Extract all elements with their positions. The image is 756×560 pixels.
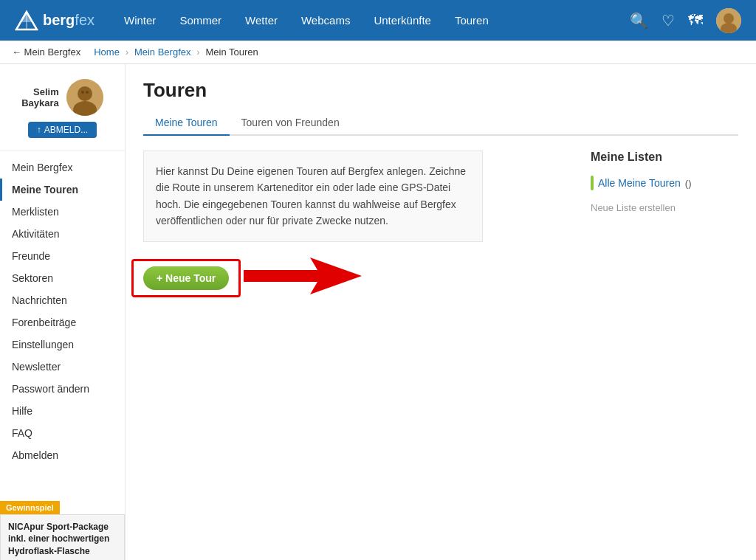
sidebar-item-newsletter[interactable]: Newsletter [0, 356, 125, 378]
promo-badge: Gewinnspiel [0, 501, 60, 514]
neue-tour-area: + Neue Tour [143, 254, 568, 300]
sidebar-nav: Mein Bergfex Meine Touren Merklisten Akt… [0, 151, 125, 472]
promo-text: NICApur Sport-Package inkl. einer hochwe… [0, 514, 125, 560]
tour-main: Hier kannst Du Deine eigenen Touren auf … [143, 151, 568, 300]
sidebar-item-aktivitaeten[interactable]: Aktivitäten [0, 223, 125, 245]
svg-marker-11 [244, 257, 362, 294]
page-title: Touren [143, 79, 738, 102]
nav-item-unterkuenfte[interactable]: Unterkünfte [374, 14, 431, 27]
top-nav: bergfex Winter Sommer Wetter Webcams Unt… [0, 0, 756, 41]
tab-touren-von-freunden[interactable]: Touren von Freunden [230, 111, 351, 136]
svg-point-10 [86, 91, 89, 94]
sidebar-item-mein-bergfex[interactable]: Mein Bergfex [0, 156, 125, 179]
nav-item-wetter[interactable]: Wetter [245, 14, 278, 27]
red-arrow [236, 254, 369, 300]
main-layout: Selim Baykara ↑ ABMELD... [0, 64, 756, 560]
user-name-line2: Baykara [21, 97, 59, 108]
nav-items: Winter Sommer Wetter Webcams Unterkünfte… [124, 14, 630, 27]
neue-tour-wrapper: + Neue Tour [143, 266, 229, 290]
logout-label: ABMELD... [44, 125, 88, 135]
neue-tour-button[interactable]: + Neue Tour [143, 266, 229, 290]
sidebar-item-forenbeitraege[interactable]: Forenbeiträge [0, 311, 125, 333]
sidebar-item-nachrichten[interactable]: Nachrichten [0, 289, 125, 311]
alle-touren-count: () [685, 178, 692, 189]
meine-listen-title: Meine Listen [591, 151, 738, 164]
user-avatar-img-icon [66, 79, 103, 116]
nav-item-winter[interactable]: Winter [124, 14, 156, 27]
sidebar-right: Meine Listen Alle Meine Touren () Neue L… [591, 151, 738, 300]
sidebar-item-sektoren[interactable]: Sektoren [0, 267, 125, 289]
tour-content: Hier kannst Du Deine eigenen Touren auf … [143, 151, 738, 300]
breadcrumb-sep-1: › [126, 47, 128, 58]
user-avatar-nav[interactable] [716, 8, 741, 33]
user-info: Selim Baykara [21, 79, 103, 116]
svg-point-4 [724, 13, 734, 24]
info-box: Hier kannst Du Deine eigenen Touren auf … [143, 151, 483, 242]
content-area: Touren Meine Touren Touren von Freunden … [126, 64, 756, 560]
logo-text: bergfex [43, 12, 94, 29]
sidebar-item-meine-touren[interactable]: Meine Touren [0, 179, 125, 201]
sidebar-item-merklisten[interactable]: Merklisten [0, 201, 125, 223]
listen-item-bar [591, 176, 594, 190]
user-name-line1: Selim [21, 86, 59, 97]
breadcrumb-sep-2: › [196, 47, 199, 58]
logo-mountain-icon [15, 9, 38, 32]
tab-meine-touren[interactable]: Meine Touren [143, 111, 230, 136]
sidebar-item-faq[interactable]: FAQ [0, 422, 125, 444]
breadcrumb-current: Mein Touren [205, 46, 258, 58]
svg-point-7 [78, 86, 92, 101]
user-avatar-sidebar [66, 79, 103, 116]
avatar-image-icon [716, 8, 741, 33]
sidebar-promo: Gewinnspiel NICApur Sport-Package inkl. … [0, 501, 125, 560]
sidebar: Selim Baykara ↑ ABMELD... [0, 64, 126, 560]
search-icon[interactable]: 🔍 [630, 12, 648, 30]
heart-icon[interactable]: ♡ [662, 12, 675, 30]
breadcrumb-back-button[interactable]: ← Mein Bergfex [12, 46, 80, 58]
nav-right: 🔍 ♡ 🗺 [630, 8, 741, 33]
nav-item-webcams[interactable]: Webcams [301, 14, 350, 27]
logo[interactable]: bergfex [15, 9, 94, 32]
red-arrow-icon [236, 254, 369, 298]
breadcrumb-parent[interactable]: Mein Bergfex [134, 46, 191, 58]
neue-liste-button[interactable]: Neue Liste erstellen [591, 199, 738, 216]
breadcrumb-home[interactable]: Home [94, 46, 120, 58]
user-name: Selim Baykara [21, 86, 59, 108]
sidebar-item-abmelden[interactable]: Abmelden [0, 444, 125, 466]
nav-item-touren[interactable]: Touren [455, 14, 489, 27]
tabs: Meine Touren Touren von Freunden [143, 111, 738, 136]
breadcrumb-bar: ← Mein Bergfex Home › Mein Bergfex › Mei… [0, 41, 756, 64]
sidebar-item-passwort[interactable]: Passwort ändern [0, 378, 125, 400]
sidebar-item-hilfe[interactable]: Hilfe [0, 400, 125, 422]
user-profile: Selim Baykara ↑ ABMELD... [0, 79, 125, 151]
sidebar-item-einstellungen[interactable]: Einstellungen [0, 333, 125, 356]
alle-meine-touren-link[interactable]: Alle Meine Touren [598, 177, 681, 189]
sidebar-item-freunde[interactable]: Freunde [0, 245, 125, 267]
logout-icon: ↑ [37, 125, 41, 135]
nav-item-sommer[interactable]: Sommer [179, 14, 221, 27]
logout-button[interactable]: ↑ ABMELD... [28, 122, 97, 138]
listen-item-all: Alle Meine Touren () [591, 173, 738, 193]
svg-point-9 [81, 91, 84, 94]
map-icon[interactable]: 🗺 [688, 12, 703, 29]
